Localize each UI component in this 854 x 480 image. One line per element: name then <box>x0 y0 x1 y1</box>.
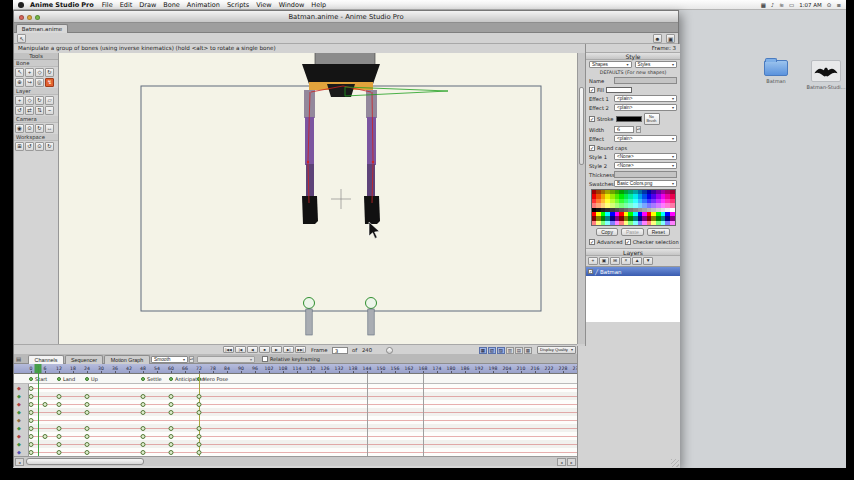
keyframe-dot[interactable] <box>85 442 90 447</box>
actor-library-icon[interactable]: ☻ <box>653 34 662 43</box>
apple-menu-icon[interactable] <box>18 2 24 8</box>
keyframe-dot[interactable] <box>29 418 34 423</box>
round-caps-checkbox[interactable] <box>589 145 595 151</box>
timeline-tab-channels[interactable]: Channels <box>28 355 64 364</box>
menu-bone[interactable]: Bone <box>163 1 180 9</box>
scroll-right-arrow[interactable]: ▸ <box>567 458 576 466</box>
go-to-start-button[interactable]: |◀◀ <box>223 346 234 353</box>
advanced-checkbox[interactable] <box>589 239 595 245</box>
document-tab[interactable]: Batman.anime <box>16 24 68 33</box>
orbit-workspace-tool[interactable]: ↺ <box>25 142 34 151</box>
menu-scripts[interactable]: Scripts <box>227 1 249 9</box>
keyframe-dot[interactable] <box>57 434 62 439</box>
lay­er-down-button[interactable]: ▼ <box>643 257 653 265</box>
channel-icon[interactable]: ◆ <box>17 424 27 432</box>
keyframe-dot[interactable] <box>141 450 146 455</box>
media-library-icon[interactable]: ▣ <box>666 34 675 43</box>
canvas[interactable] <box>59 53 577 344</box>
interpolation-dropdown[interactable]: Smooth <box>151 356 188 363</box>
relative-keyframing-checkbox[interactable] <box>262 356 268 362</box>
marker-dot[interactable] <box>85 377 89 381</box>
translate-layer-tool[interactable]: + <box>15 96 24 105</box>
zoom-camera-tool[interactable]: ⊙ <box>25 124 34 133</box>
keyframe-dot[interactable] <box>29 394 34 399</box>
pan-workspace-tool[interactable]: ⊞ <box>15 142 24 151</box>
translate-bone-tool[interactable]: + <box>25 68 34 77</box>
channel-icon[interactable]: ◆ <box>17 416 27 424</box>
keyframe-dot[interactable] <box>57 402 62 407</box>
bone-target-right[interactable] <box>366 298 377 336</box>
duplicate-layer-button[interactable]: ⊞ <box>610 257 620 265</box>
checker-selection-checkbox[interactable] <box>625 239 631 245</box>
menu-window[interactable]: Window <box>279 1 305 9</box>
menu-animation[interactable]: Animation <box>187 1 220 9</box>
keyframe-dot[interactable] <box>141 402 146 407</box>
keyframe-dot[interactable] <box>57 394 62 399</box>
keyframe-dot[interactable] <box>29 434 34 439</box>
keyframe-dot[interactable] <box>141 434 146 439</box>
display-icon[interactable]: ▦ <box>761 2 766 8</box>
scrollbar-thumb[interactable] <box>579 87 584 165</box>
menu-draw[interactable]: Draw <box>139 1 156 9</box>
reparent-bone-tool[interactable]: ↪ <box>25 78 34 87</box>
zoom-workspace-tool[interactable]: ⊙ <box>35 142 44 151</box>
keyframe-dot[interactable] <box>85 450 90 455</box>
keyframe-dot[interactable] <box>85 434 90 439</box>
keyframe-dot[interactable] <box>29 450 34 455</box>
rotate-bone-tool[interactable]: ↻ <box>45 68 54 77</box>
keyframe-dot[interactable] <box>197 434 202 439</box>
keyframe-dot[interactable] <box>85 402 90 407</box>
channel-icon[interactable]: ◆ <box>17 392 27 400</box>
keyframe-dot[interactable] <box>57 426 62 431</box>
keyframe-dot[interactable] <box>141 410 146 415</box>
battery-icon[interactable]: ▭ <box>789 2 794 8</box>
scrollbar-thumb[interactable] <box>26 458 144 465</box>
desktop-folder[interactable]: Batman <box>753 60 799 84</box>
paste-style-button[interactable]: Paste <box>621 228 644 236</box>
timeline-menu-icon[interactable]: ▤ <box>16 356 21 362</box>
rotate-layer-xy-tool[interactable]: ↺ <box>15 106 24 115</box>
keyframe-dot[interactable] <box>169 394 174 399</box>
name-input[interactable] <box>614 77 677 84</box>
color-palette[interactable] <box>591 189 676 226</box>
channel-icon[interactable]: ◆ <box>17 440 27 448</box>
rotate-workspace-tool[interactable]: ↻ <box>45 142 54 151</box>
canvas-vertical-scrollbar[interactable] <box>577 53 585 344</box>
keyframe-dot[interactable] <box>141 426 146 431</box>
keyframe-dot[interactable] <box>29 442 34 447</box>
view-toggle-1[interactable]: ▦ <box>479 347 487 354</box>
keyframe-dot[interactable] <box>29 386 34 391</box>
fill-checkbox[interactable] <box>589 87 595 93</box>
marker-dot[interactable] <box>169 377 173 381</box>
palette-color[interactable] <box>670 221 675 225</box>
fill-color-swatch[interactable] <box>606 87 632 93</box>
style2-dropdown[interactable]: <None> <box>614 162 677 169</box>
thickness-input[interactable] <box>614 171 677 178</box>
keyframe-dot[interactable] <box>43 434 48 439</box>
keyframe-dot[interactable] <box>57 442 62 447</box>
flip-layer-h-tool[interactable]: ⇄ <box>25 106 34 115</box>
marker-dot[interactable] <box>29 377 33 381</box>
keyframe-dot[interactable] <box>197 410 202 415</box>
keyframe-dot[interactable] <box>169 450 174 455</box>
marker-dot[interactable] <box>57 377 61 381</box>
select-bone-tool[interactable]: ↖ <box>15 68 24 77</box>
next-keyframe-button[interactable]: ▶| <box>283 346 294 353</box>
view-toggle-2[interactable]: ▧ <box>488 347 496 354</box>
stop-button[interactable]: ■ <box>259 346 270 353</box>
rotate-layer-tool[interactable]: ↻ <box>35 96 44 105</box>
keyframe-dot[interactable] <box>197 450 202 455</box>
sound-icon[interactable]: ♪ <box>771 2 775 8</box>
effect1-dropdown[interactable]: <plain> <box>614 95 677 102</box>
view-toggle-4[interactable]: ▥ <box>506 347 514 354</box>
keyframe-dot[interactable] <box>141 442 146 447</box>
marker-dot[interactable] <box>141 377 145 381</box>
timeline-tab-sequencer[interactable]: Sequencer <box>65 355 103 364</box>
reset-style-button[interactable]: Reset <box>647 228 670 236</box>
app-menu[interactable]: Anime Studio Pro <box>30 1 94 9</box>
menu-view[interactable]: View <box>256 1 271 9</box>
scale-bone-tool[interactable]: ◇ <box>35 68 44 77</box>
keyframe-dot[interactable] <box>29 426 34 431</box>
layer-row[interactable]: ╱Batman <box>586 267 680 276</box>
display-quality-dropdown[interactable]: Display Quality <box>537 346 576 354</box>
